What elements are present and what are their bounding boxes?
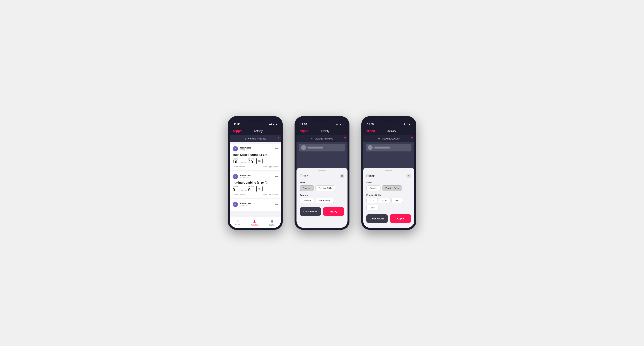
- tournament-pill-2[interactable]: Tournament: [316, 198, 334, 203]
- shot-quality-value-2: 45: [258, 188, 260, 190]
- nav-activities-1[interactable]: ♟ Activities: [251, 219, 258, 226]
- info-icon-2: ℹ: [232, 193, 233, 195]
- hamburger-icon-1[interactable]: ☰: [275, 129, 278, 133]
- logo-1: clippd: [233, 129, 242, 133]
- activities-icon-1: ♟: [253, 219, 256, 223]
- shot-quality-value-1: 75: [258, 160, 260, 162]
- apply-btn-3[interactable]: Apply: [390, 214, 411, 223]
- nav-title-1: Activity: [254, 130, 262, 133]
- practice-drills-pill-2[interactable]: Practice Drills: [315, 185, 335, 191]
- phone-1-inner: 11:33 ▲ ▮ clippd Activity ☰: [230, 118, 281, 228]
- nav-home-1[interactable]: ⌂ Home: [235, 219, 240, 226]
- card-user-2: JC Josh Coles 28 Feb 2023: [232, 174, 251, 179]
- close-btn-2[interactable]: ✕: [340, 173, 344, 178]
- user-name-1: Josh Coles: [240, 147, 251, 149]
- cards-container-1: JC Josh Coles 28 Feb 2023 ••• Must Make …: [230, 142, 281, 217]
- app-pill-3[interactable]: APP: [379, 198, 390, 203]
- filter-show-section-2: Show Rounds Practice Drills: [300, 181, 344, 191]
- activity-card-1: JC Josh Coles 28 Feb 2023 ••• Must Make …: [230, 144, 281, 170]
- show-label-3: Show: [366, 181, 411, 184]
- test-info-2: ℹ Test Information: [232, 193, 245, 195]
- close-btn-3[interactable]: ✕: [406, 173, 411, 178]
- modal-title-2: Filter: [300, 174, 308, 178]
- modal-header-3: Filter ✕: [366, 173, 411, 178]
- rounds-pill-2[interactable]: Rounds: [300, 185, 314, 191]
- practice-drills-pill-3[interactable]: Practice Drills: [382, 185, 402, 191]
- battery-icon-1: ▮: [276, 123, 277, 126]
- screen-content-2: ⚙ Viewing Activities Filt: [296, 135, 348, 228]
- avatar-img-1: JC: [233, 146, 238, 151]
- sb2-3: [403, 124, 403, 125]
- notch-3: [379, 116, 398, 122]
- shots-group-1: Shots 20: [248, 158, 254, 164]
- user-date-2: 28 Feb 2023: [240, 177, 251, 179]
- rounds-label-2: Rounds: [300, 194, 344, 196]
- apply-btn-2[interactable]: Apply: [323, 207, 344, 216]
- more-icon-3[interactable]: •••: [275, 203, 278, 206]
- notification-dot-2: [344, 137, 346, 139]
- user-name-2: Josh Coles: [240, 174, 251, 177]
- card-user-1: JC Josh Coles 28 Feb 2023: [232, 146, 251, 152]
- notch-1: [246, 116, 265, 122]
- card-header-2: JC Josh Coles 28 Feb 2023 •••: [232, 174, 278, 179]
- signal-bar-2: [269, 124, 270, 125]
- top-nav-2: clippd Activity ☰: [296, 127, 348, 135]
- user-info-1: Josh Coles 28 Feb 2023: [240, 147, 251, 151]
- more-icon-2[interactable]: •••: [275, 175, 278, 178]
- practice-round-pill-2[interactable]: Practice: [300, 198, 314, 203]
- wifi-icon-2: ▲: [339, 123, 342, 126]
- filter-icon-2: ⚙: [311, 137, 313, 140]
- nav-title-2: Activity: [321, 130, 329, 133]
- phone-3-inner: 11:33 ▲ ▮ clippd Activity ☰: [363, 118, 414, 228]
- wifi-icon-1: ▲: [272, 123, 275, 126]
- rounds-pill-3[interactable]: Rounds: [366, 185, 380, 191]
- home-label-1: Home: [235, 224, 240, 226]
- clear-filters-btn-3[interactable]: Clear Filters: [366, 214, 388, 223]
- scene: 11:33 ▲ ▮ clippd Activity ☰: [220, 108, 424, 238]
- card-header-1: JC Josh Coles 28 Feb 2023 •••: [232, 146, 278, 152]
- card-header-3: JC Josh Coles 28 Feb 2023 •••: [232, 202, 278, 207]
- modal-actions-3: Clear Filters Apply: [366, 214, 411, 223]
- ott-pill-3[interactable]: OTT: [366, 198, 377, 203]
- sb3: [337, 124, 338, 125]
- viewing-banner-3: ⚙ Viewing Activities: [363, 135, 414, 142]
- clear-filters-btn-2[interactable]: Clear Filters: [300, 207, 321, 216]
- shots-value-1: 20: [248, 160, 254, 164]
- battery-icon-2: ▮: [342, 123, 344, 126]
- shot-quality-badge-1: 75: [256, 158, 262, 164]
- out-of-2: OUT OF: [240, 189, 247, 191]
- signal-bar-4: [271, 123, 272, 125]
- score-value-1: 10: [232, 160, 238, 164]
- nav-capture-1[interactable]: ⊕ Capture: [269, 219, 275, 226]
- avatar-3: JC: [232, 202, 238, 207]
- filter-icon-1: ⚙: [244, 137, 247, 140]
- signal-bars-3: [402, 123, 405, 125]
- arg-pill-3[interactable]: ARG: [392, 198, 403, 203]
- putt-pill-3[interactable]: PUTT: [366, 205, 379, 210]
- notification-dot-3: [411, 137, 413, 139]
- capture-icon-1: ⊕: [270, 219, 274, 223]
- filter-practice-section-3: Practice Drills OTT APP ARG: [366, 194, 411, 210]
- modal-handle-2: [318, 170, 326, 171]
- viewing-banner-1[interactable]: ⚙ Viewing Activities: [230, 135, 281, 142]
- card-stats-1: Score 10 OUT OF Shots 20 75: [232, 158, 278, 164]
- notification-dot-1: [278, 137, 279, 139]
- avatar-1: JC: [232, 146, 238, 152]
- status-time-3: 11:33: [367, 123, 374, 126]
- hamburger-icon-3[interactable]: ☰: [408, 129, 411, 133]
- status-time-2: 11:33: [300, 123, 307, 126]
- phone-2: 11:33 ▲ ▮ clippd Activity ☰: [294, 116, 350, 230]
- viewing-banner-text-2: Viewing Activities: [315, 137, 333, 140]
- signal-bars-1: [268, 123, 272, 125]
- modal-actions-2: Clear Filters Apply: [300, 207, 344, 216]
- avatar-img-3: JC: [233, 202, 238, 207]
- sb3-3: [404, 124, 404, 125]
- more-icon-1[interactable]: •••: [275, 147, 278, 150]
- test-info-1: ℹ Test Information: [232, 166, 245, 168]
- practice-pills-3: OTT APP ARG PUTT: [366, 198, 411, 210]
- rounds-pills-2: Practice Tournament: [300, 198, 344, 203]
- screen-content-1: ⚙ Viewing Activities JC: [230, 135, 281, 228]
- hamburger-icon-2[interactable]: ☰: [342, 129, 344, 133]
- sb4-3: [404, 123, 405, 125]
- phone-2-inner: 11:33 ▲ ▮ clippd Activity ☰: [296, 118, 348, 228]
